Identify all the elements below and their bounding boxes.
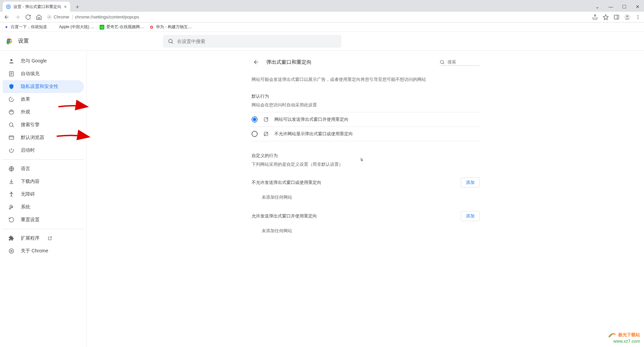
- main: 您与 Google 自动填充 隐私设置和安全性 效果 外观 搜索引擎 默认浏览器…: [0, 51, 644, 347]
- sidebar-item-performance[interactable]: 效果: [3, 93, 84, 106]
- popup-icon: [263, 116, 269, 122]
- content-description: 网站可能会发送弹出式窗口以展示广告，或者使用重定向将您引导至您可能不想访问的网站: [250, 72, 481, 90]
- svg-point-30: [9, 249, 14, 253]
- power-icon: [8, 147, 15, 154]
- svg-point-0: [8, 6, 9, 7]
- separator: [3, 229, 84, 229]
- default-behavior-sub: 网站会在您访问时自动采用此设置: [250, 101, 481, 112]
- svg-point-7: [638, 15, 639, 16]
- sidebar-item-startup[interactable]: 启动时: [3, 144, 84, 157]
- content-back-button[interactable]: [252, 57, 261, 67]
- profile-icon[interactable]: [624, 14, 631, 20]
- apple-icon: [52, 25, 57, 30]
- svg-point-13: [169, 39, 172, 43]
- palette-icon: [8, 109, 15, 115]
- sidebar-item-accessibility[interactable]: 无障碍: [3, 188, 84, 201]
- address-bar[interactable]: Chrome chrome://settings/content/popups: [47, 14, 139, 19]
- sidebar-item-search-engine[interactable]: 搜索引擎: [3, 118, 84, 131]
- popup-block-icon: [263, 131, 269, 137]
- share-icon[interactable]: [592, 14, 598, 20]
- sidebar-item-appearance[interactable]: 外观: [3, 106, 84, 118]
- sidebar-item-you-and-google[interactable]: 您与 Google: [3, 55, 84, 67]
- accessibility-icon: [8, 191, 15, 198]
- svg-line-14: [172, 42, 173, 44]
- huawei-icon: ✿: [149, 25, 154, 30]
- separator: [3, 159, 84, 160]
- svg-line-25: [12, 126, 14, 127]
- svg-point-15: [10, 59, 12, 61]
- svg-line-35: [443, 63, 444, 64]
- option-allow-row[interactable]: 网站可以发送弹出式窗口并使用重定向: [250, 112, 481, 127]
- app-header: 设置: [0, 32, 644, 51]
- allow-list-header: 允许发送弹出式窗口并使用重定向 添加: [250, 205, 481, 223]
- add-allow-site-button[interactable]: 添加: [461, 211, 480, 221]
- settings-icon: [6, 4, 11, 9]
- menu-icon[interactable]: [635, 14, 641, 20]
- forward-icon[interactable]: [13, 13, 21, 21]
- svg-point-6: [626, 15, 628, 17]
- svg-point-29: [11, 192, 12, 193]
- svg-point-2: [49, 16, 50, 18]
- sidebar: 您与 Google 自动填充 隐私设置和安全性 效果 外观 搜索引擎 默认浏览器…: [0, 51, 87, 347]
- sidebar-item-about[interactable]: 关于 Chrome: [3, 245, 84, 257]
- sidebar-item-system[interactable]: 系统: [3, 201, 84, 213]
- settings-search[interactable]: [163, 35, 341, 48]
- sidepanel-icon[interactable]: [613, 14, 620, 20]
- titlebar: 设置 - 弹出式窗口和重定向 × + ⌄ — ☐ ✕: [0, 0, 644, 12]
- browser-icon: [8, 134, 15, 141]
- bookmark-item[interactable]: ✦百度一下，你就知道: [4, 24, 47, 30]
- search-icon: [439, 59, 445, 65]
- allow-list-empty: 未添加任何网站: [250, 223, 481, 239]
- content-title: 弹出式窗口和重定向: [266, 59, 434, 65]
- radio-block[interactable]: [252, 131, 258, 137]
- close-tab-icon[interactable]: ×: [64, 4, 67, 9]
- sidebar-item-extensions[interactable]: 扩展程序: [3, 232, 84, 245]
- sidebar-item-autofill[interactable]: 自动填充: [3, 67, 84, 80]
- wrench-icon: [8, 204, 15, 210]
- reload-icon[interactable]: [24, 13, 32, 21]
- chrome-icon: [47, 15, 52, 19]
- window-controls: ⌄ — ☐ ✕: [591, 2, 644, 12]
- close-window-icon[interactable]: ✕: [631, 2, 644, 12]
- url-text: chrome://settings/content/popups: [75, 14, 139, 19]
- radio-allow[interactable]: [252, 116, 258, 122]
- sidebar-item-reset[interactable]: 重置设置: [3, 213, 84, 226]
- sidebar-item-privacy[interactable]: 隐私设置和安全性: [3, 80, 84, 93]
- option-allow-label: 网站可以发送弹出式窗口并使用重定向: [274, 116, 348, 122]
- bookmark-item[interactable]: Apple (中国大陆) …: [52, 24, 94, 30]
- svg-rect-26: [9, 136, 14, 140]
- back-icon[interactable]: [3, 13, 11, 21]
- minimize-icon[interactable]: —: [604, 2, 617, 12]
- content-search[interactable]: [439, 59, 480, 66]
- svg-point-23: [12, 111, 13, 112]
- bookmark-item[interactable]: ✿华为 - 构建万物互…: [149, 24, 192, 30]
- star-icon[interactable]: [602, 14, 609, 20]
- globe-icon: [8, 165, 15, 172]
- baidu-icon: ✦: [4, 25, 9, 30]
- settings-title: 设置: [18, 38, 29, 45]
- autofill-icon: [8, 70, 15, 77]
- bookmark-item[interactable]: iQ爱奇艺-在线视频网…: [100, 24, 144, 30]
- svg-rect-3: [614, 15, 619, 19]
- svg-point-9: [638, 18, 639, 19]
- add-block-site-button[interactable]: 添加: [461, 178, 480, 188]
- new-tab-button[interactable]: +: [73, 2, 82, 12]
- chevron-down-icon[interactable]: ⌄: [591, 2, 604, 12]
- settings-search-input[interactable]: [177, 39, 337, 44]
- sidebar-item-languages[interactable]: 语言: [3, 162, 84, 175]
- speed-icon: [8, 96, 15, 103]
- option-block-row[interactable]: 不允许网站显示弹出式窗口或使用重定向: [250, 127, 481, 141]
- home-icon[interactable]: [35, 13, 43, 21]
- person-icon: [8, 58, 15, 64]
- sidebar-item-default-browser[interactable]: 默认浏览器: [3, 131, 84, 144]
- sidebar-item-downloads[interactable]: 下载内容: [3, 175, 84, 188]
- svg-point-34: [440, 60, 443, 63]
- browser-tab[interactable]: 设置 - 弹出式窗口和重定向 ×: [3, 2, 70, 12]
- external-link-icon: [48, 236, 52, 241]
- settings-content: 弹出式窗口和重定向 网站可能会发送弹出式窗口以展示广告，或者使用重定向将您引导至…: [250, 51, 481, 347]
- block-list-empty: 未添加任何网站: [250, 190, 481, 205]
- search-icon: [8, 121, 15, 128]
- default-behavior-title: 默认行为: [250, 90, 481, 101]
- maximize-icon[interactable]: ☐: [618, 2, 631, 12]
- content-search-input[interactable]: [447, 59, 478, 64]
